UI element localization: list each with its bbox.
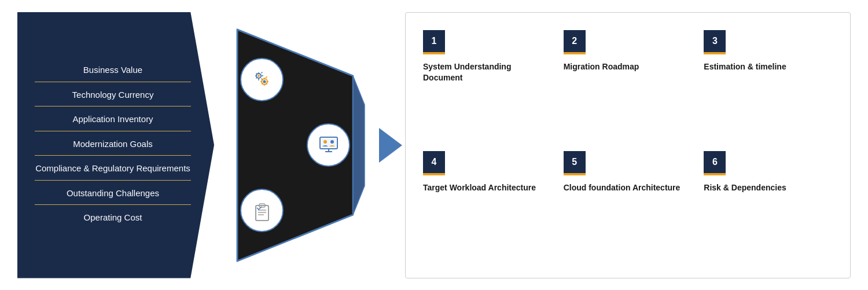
deliverable-label-6: Risk & Dependencies <box>704 182 786 194</box>
arrow-connector <box>379 128 402 163</box>
people-icon-circle <box>307 123 350 167</box>
main-container: Business Value Technology Currency Appli… <box>0 0 868 290</box>
funnel-icons-overlay <box>220 12 370 278</box>
left-item-business-value: Business Value <box>35 61 191 82</box>
deliverable-number-2: 2 <box>564 30 586 52</box>
deliverable-number-4: 4 <box>423 151 445 173</box>
deliverable-4: 4 Target Workload Architecture <box>423 151 552 260</box>
svg-point-12 <box>323 140 327 144</box>
deliverable-number-3: 3 <box>704 30 726 52</box>
deliverable-1: 1 System Understanding Document <box>423 30 552 140</box>
deliverable-number-6: 6 <box>704 151 726 173</box>
svg-point-13 <box>330 140 334 144</box>
left-item-compliance-regulatory: Compliance & Regulatory Requirements <box>35 159 191 181</box>
funnel-container <box>220 12 370 278</box>
clipboard-icon-circle <box>240 189 284 232</box>
deliverable-6: 6 Risk & Dependencies <box>704 151 833 260</box>
left-item-modernization-goals: Modernization Goals <box>35 135 191 156</box>
svg-point-7 <box>258 75 260 77</box>
svg-rect-16 <box>256 205 269 221</box>
deliverable-2: 2 Migration Roadmap <box>564 30 693 140</box>
gears-icon-circle <box>240 58 284 101</box>
left-item-operating-cost: Operating Cost <box>35 208 191 229</box>
left-panel: Business Value Technology Currency Appli… <box>17 12 214 278</box>
deliverable-label-1: System Understanding Document <box>423 61 552 84</box>
deliverable-number-5: 5 <box>564 151 586 173</box>
deliverable-label-4: Target Workload Architecture <box>423 182 536 194</box>
svg-point-9 <box>263 80 266 83</box>
left-item-outstanding-challenges: Outstanding Challenges <box>35 184 191 205</box>
deliverable-3: 3 Estimation & timeline <box>704 30 833 140</box>
deliverable-label-3: Estimation & timeline <box>704 61 786 73</box>
deliverable-label-2: Migration Roadmap <box>564 61 639 73</box>
deliverable-number-1: 1 <box>423 30 445 52</box>
deliverable-label-5: Cloud foundation Architecture <box>564 182 681 194</box>
right-panel: 1 System Understanding Document 2 Migrat… <box>405 12 851 278</box>
left-item-application-inventory: Application Inventory <box>35 110 191 131</box>
deliverable-5: 5 Cloud foundation Architecture <box>564 151 693 260</box>
left-item-technology-currency: Technology Currency <box>35 86 191 107</box>
